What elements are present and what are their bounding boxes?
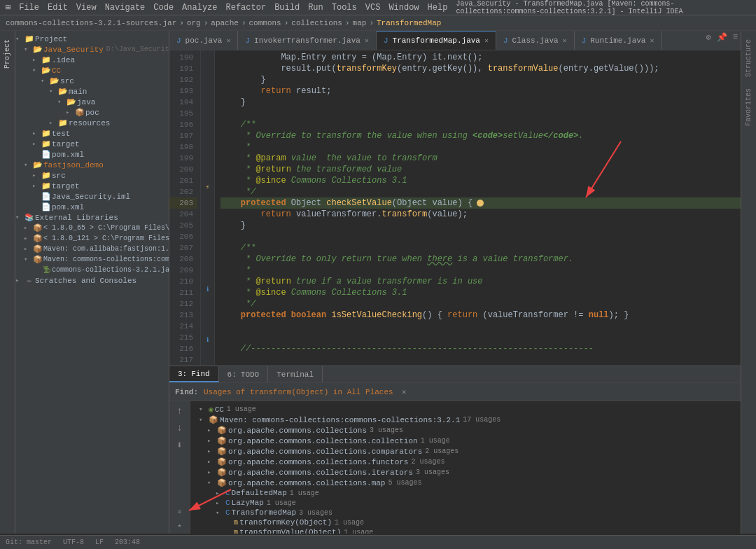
status-bar: Git: master UTF-8 LF 203:48 (0, 535, 756, 549)
status-position: 203:48 (115, 538, 140, 546)
result-transformvalue[interactable]: ▸ m transformValue(Object) 1 usage (190, 527, 741, 534)
tab-class[interactable]: J Class.java ✕ (496, 31, 575, 50)
tab-poc[interactable]: J poc.java ✕ (169, 31, 238, 50)
tab-class-label: Class.java (512, 36, 559, 45)
tree-fastjson-target[interactable]: ▸ 📁 target (15, 181, 169, 191)
tab-find[interactable]: 3: Find (169, 366, 219, 382)
result-pkg-collections[interactable]: ▸ 📦 org.apache.commons.collections 3 usa… (190, 425, 741, 436)
breadcrumb-class[interactable]: TransformedMap (377, 19, 441, 27)
tree-fastjson-src[interactable]: ▸ 📁 src (15, 170, 169, 181)
result-transformedmap[interactable]: ▾ C TransformedMap 3 usages (190, 508, 741, 517)
breadcrumb-commons[interactable]: commons (249, 19, 281, 27)
right-tab-favorites[interactable]: Favorites (743, 83, 755, 132)
tab-invoker[interactable]: J InvokerTransformer.java ✕ (238, 31, 376, 50)
menu-bar: ⊞ File Edit View Navigate Code Analyze R… (0, 0, 756, 15)
left-vtab-project[interactable]: Project (1, 36, 14, 71)
tree-ext-libs[interactable]: ▾ 📚 External Libraries (15, 212, 169, 223)
toolbar-settings-icon[interactable]: ⚙ (704, 31, 714, 50)
tab-poc-close[interactable]: ✕ (226, 36, 230, 45)
tree-java[interactable]: ▾ 📂 java (15, 97, 169, 107)
menu-analyze[interactable]: Analyze (182, 3, 217, 13)
tab-class-close[interactable]: ✕ (563, 36, 567, 45)
right-tab-structure[interactable]: Structure (743, 34, 755, 83)
find-prev-button[interactable]: ↑ (175, 404, 183, 418)
breadcrumb-map[interactable]: map (353, 19, 367, 27)
tree-test[interactable]: ▸ 📁 test (15, 128, 169, 139)
tree-src[interactable]: ▾ 📂 src (15, 76, 169, 86)
tree-main[interactable]: ▾ 📂 main (15, 86, 169, 97)
find-structure-button[interactable]: ≡ (176, 508, 183, 517)
left-vertical-tabs: Project (0, 31, 15, 534)
menu-window[interactable]: Window (388, 3, 419, 13)
menu-run[interactable]: Run (308, 3, 323, 13)
tree-maven-fastjson[interactable]: ▸ 📦 Maven: com.alibaba:fastjson:1.2.24 (15, 244, 169, 254)
tab-terminal[interactable]: Terminal (268, 366, 323, 382)
menu-edit[interactable]: Edit (48, 3, 68, 13)
find-close-button[interactable]: ✕ (402, 387, 407, 396)
tree-fastjson-demo[interactable]: ▾ 📂 fastjson_demo (15, 160, 169, 170)
tree-target[interactable]: ▸ 📁 target (15, 139, 169, 149)
menu-help[interactable]: Help (428, 3, 448, 13)
results-tree[interactable]: ▾ ◉ CC 1 usage ▾ 📦 Maven: commons-collec… (190, 401, 741, 534)
result-pkg-iterators[interactable]: ▸ 📦 org.apache.commons.collections.itera… (190, 467, 741, 478)
code-line-196: /** (220, 119, 741, 130)
menu-refactor[interactable]: Refactor (226, 3, 267, 13)
tree-java-security-iml[interactable]: ▸ 📄 Java_Security.iml (15, 191, 169, 202)
tab-todo-label: TODO (241, 370, 259, 379)
breadcrumb-collections[interactable]: collections (291, 19, 342, 27)
menu-view[interactable]: View (76, 3, 97, 13)
menu-navigate[interactable]: Navigate (105, 3, 146, 13)
find-favorites-button[interactable]: ★ (176, 520, 183, 531)
tree-scratches[interactable]: ▸ ✏ Scratches and Consoles (15, 275, 169, 286)
tree-jdk-121[interactable]: ▸ 📦 < 1.8.0_121 > C:\Program Files\Java\… (15, 233, 169, 244)
code-line-206 (220, 231, 741, 242)
code-line-198: * (220, 141, 741, 153)
result-defaultedmap[interactable]: ▸ C DefaultedMap 1 usage (190, 488, 741, 498)
menu-tools[interactable]: Tools (332, 3, 357, 13)
code-line-205: } (220, 220, 741, 231)
menu-vcs[interactable]: VCS (365, 3, 381, 13)
toolbar-more-icon[interactable]: ≡ (730, 31, 741, 50)
tree-project-root[interactable]: ▾ 📁 Project (15, 34, 169, 44)
tab-class-icon: J (503, 36, 508, 45)
result-pkg-collection[interactable]: ▸ 📦 org.apache.commons.collections.colle… (190, 436, 741, 446)
menu-build[interactable]: Build (274, 3, 300, 13)
breadcrumb-apache[interactable]: apache (211, 19, 239, 27)
tab-todo[interactable]: 6: TODO (219, 366, 269, 382)
tree-commons-jar[interactable]: ▸ 🗜 commons-collections-3.2.1.jar librar… (15, 265, 169, 275)
tab-transformedmap[interactable]: J TransformedMap.java ✕ (377, 31, 496, 50)
code-line-207: /** (220, 242, 741, 253)
tree-pom-xml-2[interactable]: ▸ 📄 pom.xml (15, 202, 169, 212)
breadcrumb-org[interactable]: org (187, 19, 201, 27)
tree-pom-xml[interactable]: ▸ 📄 pom.xml (15, 149, 169, 160)
tab-transformedmap-close[interactable]: ✕ (484, 36, 489, 45)
tree-java-security[interactable]: ▾ 📂 Java_Security D:\Java_Security (15, 44, 169, 55)
tree-cc[interactable]: ▾ 📂 CC (15, 65, 169, 76)
result-pkg-comparators-count: 2 usages (425, 447, 458, 455)
find-export-button[interactable]: ⬇ (175, 438, 183, 452)
result-transformkey[interactable]: ▸ m transformKey(Object) 1 usage (190, 517, 741, 527)
find-next-button[interactable]: ↓ (175, 421, 183, 435)
code-line-217 (220, 354, 741, 366)
tab-invoker-close[interactable]: ✕ (365, 36, 369, 45)
result-pkg-comparators[interactable]: ▸ 📦 org.apache.commons.collections.compa… (190, 446, 741, 457)
code-content[interactable]: Map.Entry entry = (Map.Entry) it.next();… (215, 50, 741, 366)
result-lazymap[interactable]: ▸ C LazyMap 1 usage (190, 498, 741, 508)
tab-runtime-close[interactable]: ✕ (650, 36, 654, 45)
result-maven-commons[interactable]: ▾ 📦 Maven: commons-collections:commons-c… (190, 415, 741, 425)
result-pkg-functors[interactable]: ▸ 📦 org.apache.commons.collections.funct… (190, 457, 741, 467)
menu-file[interactable]: File (19, 3, 39, 13)
code-line-215 (220, 332, 741, 343)
tree-resources[interactable]: ▸ 📁 resources (15, 118, 169, 128)
code-editor[interactable]: 190 191 192 193 194 195 196 197 198 199 … (169, 50, 741, 366)
result-cc[interactable]: ▾ ◉ CC 1 usage (190, 404, 741, 415)
tree-maven-commons[interactable]: ▾ 📦 Maven: commons-collections:commons-c… (15, 254, 169, 265)
menu-code[interactable]: Code (153, 3, 174, 13)
tree-jdk-65[interactable]: ▸ 📦 < 1.8.0_65 > C:\Program Files\Java\j… (15, 223, 169, 233)
result-pkg-map[interactable]: ▾ 📦 org.apache.commons.collections.map 5… (190, 478, 741, 488)
toolbar-pin-icon[interactable]: 📌 (714, 31, 730, 50)
tab-runtime[interactable]: J Runtime.java ✕ (575, 31, 662, 50)
tree-poc[interactable]: ▸ 📦 poc (15, 107, 169, 118)
breadcrumb-jar[interactable]: commons-collections-3.2.1-sources.jar (6, 19, 176, 27)
tree-idea[interactable]: ▸ 📁 .idea (15, 55, 169, 65)
